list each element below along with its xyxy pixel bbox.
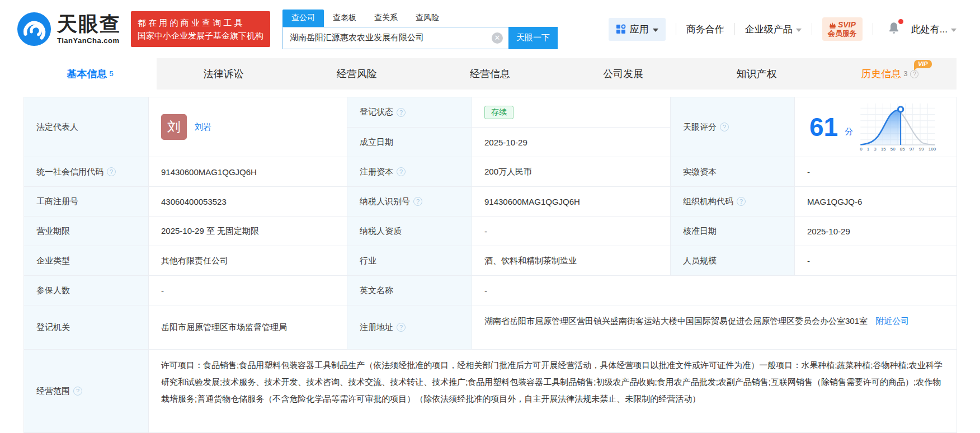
- label-text: 成立日期: [360, 137, 393, 148]
- field-label-credit-code: 统一社会信用代码: [24, 157, 149, 187]
- value-text: 2025-10-29: [484, 138, 527, 147]
- label-text: 登记状态: [360, 107, 393, 117]
- divider: [734, 23, 735, 35]
- apps-grid-icon: [616, 24, 626, 34]
- score-distribution-chart: 01 315 5085 9799 100: [860, 102, 936, 152]
- help-icon[interactable]: [397, 323, 406, 332]
- value-text: 91430600MAG1QGJQ6H: [161, 167, 257, 177]
- header: 天眼查 TianYanCha.com 都 在 用 的 商 业 查 询 工 具 国…: [0, 0, 980, 58]
- tab-label: 基本信息: [67, 67, 107, 81]
- tab-operating-risk[interactable]: 经营风险: [290, 58, 423, 90]
- tab-company-development[interactable]: 公司发展: [557, 58, 690, 90]
- value-text: -: [807, 256, 810, 266]
- label-text: 英文名称: [360, 285, 393, 296]
- tianyancha-logo-icon: [17, 12, 51, 46]
- tab-history-info[interactable]: VIP 历史信息 3 ?: [823, 58, 957, 90]
- label-text: 纳税人识别号: [360, 196, 410, 207]
- tab-legal[interactable]: 法律诉讼: [157, 58, 290, 90]
- field-value-taxpayer-id: 91430600MAG1QGJQ6H: [472, 187, 671, 216]
- field-label-insured-count: 参保人数: [24, 276, 149, 305]
- tab-operating-info[interactable]: 经营信息: [423, 58, 557, 90]
- search-tab-relation[interactable]: 查关系: [365, 10, 407, 27]
- account-label: 此处有...: [911, 23, 948, 36]
- score-value: 61: [809, 114, 838, 140]
- tianyancha-logo[interactable]: 天眼查 TianYanCha.com: [17, 12, 121, 46]
- label-text: 注册地址: [360, 322, 393, 333]
- label-text: 核准日期: [683, 226, 717, 237]
- label-text: 统一社会信用代码: [36, 167, 103, 177]
- help-icon[interactable]: [397, 108, 406, 117]
- field-value-org-code: MAG1QGJQ-6: [795, 187, 957, 216]
- search-button[interactable]: 天眼一下: [508, 27, 558, 49]
- help-icon[interactable]: [737, 197, 746, 206]
- tab-basic-info[interactable]: 基本信息 5: [23, 58, 157, 90]
- search-area: 查公司 查老板 查关系 查风险 ✕ 天眼一下: [282, 10, 558, 49]
- help-icon[interactable]: [73, 387, 82, 396]
- svip-label: SVIP: [838, 20, 856, 29]
- value-text: -: [807, 167, 810, 177]
- svip-service-label: 会员服务: [828, 30, 857, 38]
- field-label-reg-number: 工商注册号: [24, 187, 149, 216]
- avatar[interactable]: 刘: [161, 114, 187, 140]
- label-text: 天眼评分: [683, 122, 717, 133]
- notification-bell[interactable]: [887, 21, 901, 37]
- tab-label: 法律诉讼: [203, 67, 243, 81]
- brand-name: 天眼查: [57, 14, 121, 34]
- field-label-business-scope: 经营范围: [24, 350, 149, 433]
- field-value-insured-count: -: [149, 276, 347, 305]
- label-text: 纳税人资质: [360, 226, 402, 237]
- chart-x-ticks: 01 315 5085 9799 100: [860, 147, 936, 152]
- tab-intellectual-property[interactable]: 知识产权: [690, 58, 823, 90]
- field-value-reg-address: 湖南省岳阳市屈原管理区营田镇兴盛南街客运站大楼中国国际贸易促进会屈原管理区委员会…: [472, 305, 957, 350]
- tab-label: 历史信息: [861, 67, 901, 81]
- score-marker: [898, 107, 903, 112]
- tab-count: 3: [903, 69, 907, 78]
- help-icon[interactable]: ?: [910, 70, 918, 78]
- clear-icon[interactable]: ✕: [492, 32, 503, 44]
- search-tabs: 查公司 查老板 查关系 查风险: [282, 10, 558, 27]
- field-value-reg-capital: 200万人民币: [472, 157, 671, 187]
- help-icon[interactable]: [397, 167, 406, 176]
- notification-dot: [898, 19, 903, 24]
- nearby-companies-link[interactable]: 附近公司: [875, 316, 909, 326]
- vip-badge: VIP: [914, 60, 932, 68]
- field-label-org-code: 组织机构代码: [671, 187, 795, 216]
- field-label-reg-status: 登记状态: [347, 97, 472, 128]
- label-text: 登记机关: [36, 322, 70, 333]
- field-label-business-term: 营业期限: [24, 216, 149, 246]
- field-label-legal-rep: 法定代表人: [24, 97, 149, 157]
- help-icon[interactable]: [107, 167, 116, 176]
- label-text: 注册资本: [360, 167, 393, 177]
- help-icon[interactable]: [720, 123, 729, 131]
- search-tab-company[interactable]: 查公司: [282, 10, 324, 27]
- legal-rep-link[interactable]: 刘岩: [195, 122, 211, 133]
- nav-cooperation[interactable]: 商务合作: [686, 23, 724, 36]
- field-value-credit-code: 91430600MAG1QGJQ6H: [149, 157, 347, 187]
- field-value-staff-size: -: [795, 246, 957, 276]
- nav-enterprise-label: 企业级产品: [745, 23, 793, 36]
- section-tabbar: 基本信息 5 法律诉讼 经营风险 经营信息 公司发展 知识产权 VIP 历史信息…: [23, 58, 957, 90]
- nav-enterprise[interactable]: 企业级产品: [745, 23, 802, 36]
- divider: [676, 23, 676, 35]
- field-value-reg-number: 43060400053523: [149, 187, 347, 216]
- field-label-reg-authority: 登记机关: [24, 305, 149, 350]
- value-text: 其他有限责任公司: [161, 256, 228, 266]
- field-label-reg-address: 注册地址: [347, 305, 472, 350]
- svip-service-badge[interactable]: SVIP 会员服务: [822, 17, 863, 40]
- field-value-est-date: 2025-10-29: [472, 128, 671, 157]
- search-tab-boss[interactable]: 查老板: [324, 10, 365, 27]
- field-value-business-scope: 许可项目：食品销售;食品用塑料包装容器工具制品生产（依法须经批准的项目，经相关部…: [149, 350, 957, 433]
- chevron-down-icon: [796, 29, 802, 32]
- help-icon[interactable]: [413, 197, 422, 206]
- account-menu[interactable]: 此处有...: [911, 23, 957, 36]
- search-tab-risk[interactable]: 查风险: [407, 10, 448, 27]
- brand-domain: TianYanCha.com: [57, 37, 121, 44]
- tab-label: 经营风险: [337, 67, 377, 81]
- apps-menu[interactable]: 应用: [609, 18, 666, 41]
- field-value-industry: 酒、饮料和精制茶制造业: [472, 246, 671, 276]
- tab-label: 公司发展: [603, 67, 643, 81]
- field-label-est-date: 成立日期: [347, 128, 472, 157]
- field-label-staff-size: 人员规模: [671, 246, 795, 276]
- value-text: 2025-10-29 至 无固定期限: [161, 226, 259, 237]
- search-input[interactable]: [282, 27, 508, 49]
